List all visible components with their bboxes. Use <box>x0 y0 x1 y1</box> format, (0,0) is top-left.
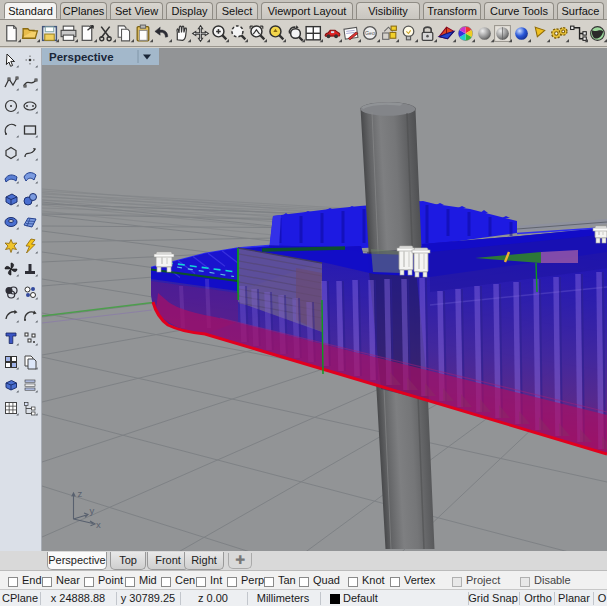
svg-text:y: y <box>90 505 95 516</box>
svg-text:Geo: Geo <box>365 30 375 36</box>
svg-text:Perspective: Perspective <box>49 51 114 63</box>
svg-text:x: x <box>96 519 101 530</box>
svg-text:z: z <box>78 488 83 499</box>
